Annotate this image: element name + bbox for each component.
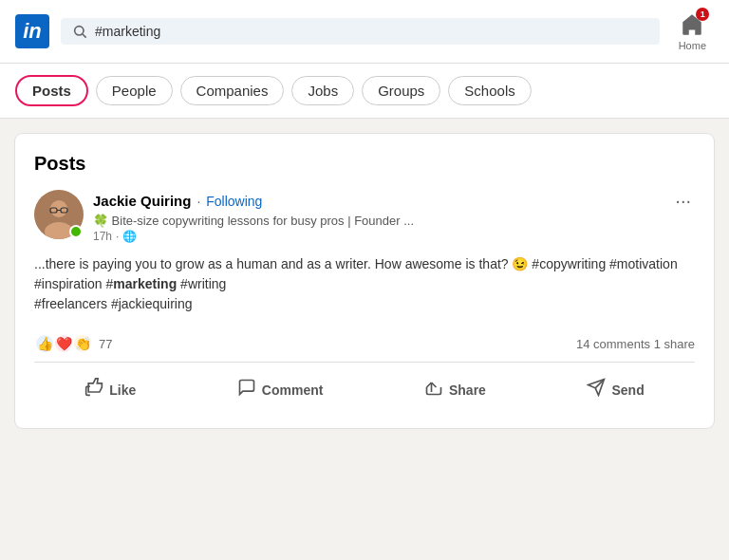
tab-companies[interactable]: Companies	[180, 76, 285, 105]
svg-line-1	[83, 34, 86, 38]
comment-label: Comment	[262, 383, 324, 398]
comment-icon	[237, 378, 256, 401]
search-query: #marketing	[95, 24, 160, 39]
author-bio: 🍀 Bite-size copywriting lessons for busy…	[93, 214, 695, 228]
comments-shares: 14 comments 1 share	[576, 337, 695, 351]
tab-schools[interactable]: Schools	[448, 76, 531, 105]
tab-jobs[interactable]: Jobs	[291, 76, 354, 105]
posts-heading: Posts	[34, 153, 695, 175]
tab-people[interactable]: People	[96, 76, 173, 105]
main-content: Posts	[0, 119, 729, 443]
home-label: Home	[679, 40, 706, 51]
like-button[interactable]: Like	[73, 370, 147, 409]
search-bar[interactable]: #marketing	[61, 18, 660, 45]
post-body-text: ...there is paying you to grow as a huma…	[34, 256, 678, 311]
post-author-row: Jackie Quiring · Following ··· 🍀 Bite-si…	[34, 190, 695, 243]
search-icon	[72, 24, 87, 39]
online-indicator	[69, 225, 83, 238]
reactions-row: 👍 ❤️ 👏 77 14 comments 1 share	[34, 326, 695, 363]
like-icon	[84, 378, 103, 401]
header-nav: 1 Home	[671, 8, 714, 55]
post-time: 17h	[93, 230, 112, 243]
globe-icon: 🌐	[122, 230, 137, 243]
post-body: ...there is paying you to grow as a huma…	[34, 254, 695, 314]
post-card: Posts	[15, 134, 714, 428]
avatar-wrap	[34, 190, 84, 239]
home-nav-item[interactable]: 1 Home	[671, 8, 714, 55]
like-emoji: 👍	[34, 333, 55, 354]
post-meta: 17h · 🌐	[93, 230, 695, 243]
heart-emoji: ❤️	[53, 333, 74, 354]
share-button[interactable]: Share	[413, 370, 497, 409]
svg-point-0	[75, 27, 84, 35]
like-label: Like	[109, 383, 136, 398]
dot-separator: ·	[196, 194, 200, 209]
send-button[interactable]: Send	[575, 370, 655, 409]
tab-posts[interactable]: Posts	[15, 75, 88, 106]
meta-dot: ·	[116, 230, 119, 243]
more-options-button[interactable]: ···	[671, 190, 695, 212]
share-label: Share	[449, 383, 486, 398]
following-label[interactable]: Following	[206, 194, 262, 209]
author-name: Jackie Quiring	[93, 193, 191, 209]
send-icon	[587, 378, 606, 401]
header: in #marketing 1 Home	[0, 0, 729, 64]
comment-button[interactable]: Comment	[226, 370, 335, 409]
reaction-emojis: 👍 ❤️ 👏	[34, 333, 93, 354]
send-label: Send	[611, 383, 644, 398]
tab-groups[interactable]: Groups	[362, 76, 440, 105]
hashtag-marketing: marketing	[113, 276, 177, 291]
clap-emoji: 👏	[72, 333, 93, 354]
share-icon	[424, 378, 443, 401]
author-info: Jackie Quiring · Following ··· 🍀 Bite-si…	[93, 190, 695, 243]
author-name-row: Jackie Quiring · Following ···	[93, 190, 695, 212]
reaction-count: 77	[99, 337, 112, 351]
filter-tabs: Posts People Companies Jobs Groups Schoo…	[0, 64, 729, 119]
action-buttons: Like Comment Share	[34, 366, 695, 409]
svg-point-3	[50, 200, 67, 217]
linkedin-logo[interactable]: in	[15, 14, 49, 48]
home-icon-wrap: 1	[679, 11, 705, 38]
logo-text: in	[23, 21, 42, 42]
notification-badge: 1	[696, 8, 709, 21]
